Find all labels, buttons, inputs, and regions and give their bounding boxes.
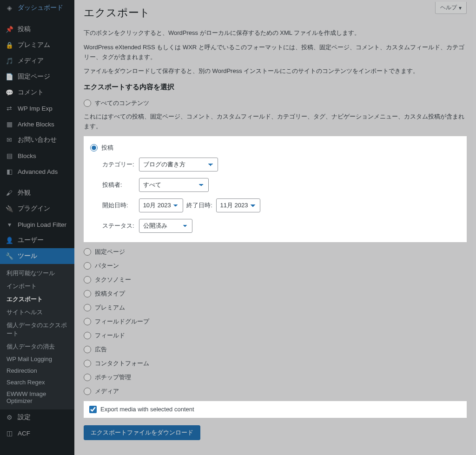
sidebar-label: お問い合わせ (18, 136, 57, 144)
option-ads[interactable]: 広告 (84, 343, 467, 356)
sidebar-item-appearance[interactable]: 🖌外観 (0, 185, 74, 201)
pin-icon: 📌 (5, 25, 14, 34)
radio-all-content[interactable] (84, 99, 91, 107)
sidebar-label: 設定 (18, 413, 31, 422)
tools-submenu: 利用可能なツール インポート エクスポート サイトヘルス 個人データのエクスポー… (0, 264, 74, 409)
option-contact[interactable]: コンタクトフォーム (84, 356, 467, 370)
category-label: カテゴリー: (102, 161, 134, 168)
sidebar-item-tools[interactable]: 🔧ツール (0, 248, 74, 264)
export-desc-2: WordPress eXtended RSS もしくは WXR と呼んでいるこの… (84, 43, 467, 62)
radio-pochip[interactable] (84, 374, 91, 381)
sidebar-label: 投稿 (18, 25, 31, 33)
lock-icon: 🔒 (5, 40, 14, 50)
submenu-redirection[interactable]: Redirection (0, 365, 74, 376)
radio-label: パターン (95, 262, 119, 270)
help-tab[interactable]: ヘルプ ▾ (435, 2, 467, 14)
start-date-select[interactable]: 10月 2023 (139, 198, 183, 212)
radio-contact[interactable] (84, 360, 91, 367)
option-taxonomy[interactable]: タクソノミー (84, 273, 467, 287)
submenu-personal-erase[interactable]: 個人データの消去 (0, 340, 74, 353)
radio-label: すべてのコンテンツ (95, 99, 149, 107)
sidebar-item-blocks[interactable]: ▤Blocks (0, 148, 74, 164)
option-patterns[interactable]: パターン (84, 259, 467, 273)
submenu-available-tools[interactable]: 利用可能なツール (0, 267, 74, 280)
option-pochip[interactable]: ポチップ管理 (84, 370, 467, 384)
radio-label: フィールド (95, 331, 125, 340)
option-field[interactable]: フィールド (84, 329, 467, 343)
export-media-row[interactable]: Export media with selected content (89, 406, 461, 413)
sidebar-label: ACF (18, 430, 30, 437)
wrench-icon: 🔧 (5, 251, 14, 261)
start-date-label: 開始日時: (102, 202, 128, 209)
submenu-sitehealth[interactable]: サイトヘルス (0, 306, 74, 319)
user-icon: 👤 (5, 236, 14, 245)
sidebar-item-acf[interactable]: ◫ACF (0, 425, 74, 441)
status-select[interactable]: 公開済み (139, 219, 192, 233)
sidebar-item-users[interactable]: 👤ユーザー (0, 232, 74, 248)
option-posts[interactable]: 投稿 (90, 142, 460, 154)
submenu-export[interactable]: エクスポート (0, 293, 74, 306)
category-select[interactable]: ブログの書き方 (139, 158, 218, 171)
acf-icon: ◫ (5, 429, 14, 438)
submenu-wpmail[interactable]: WP Mail Logging (0, 353, 74, 365)
sidebar-label: Arkhe Blocks (18, 121, 54, 128)
radio-posts[interactable] (90, 144, 98, 152)
author-select[interactable]: すべて (139, 178, 209, 192)
option-all-content[interactable]: すべてのコンテンツ (84, 96, 467, 110)
sidebar-item-pages[interactable]: 📄固定ページ (0, 69, 74, 85)
submenu-personal-export[interactable]: 個人データのエクスポート (0, 319, 74, 340)
radio-taxonomy[interactable] (84, 276, 91, 284)
sidebar-item-comments[interactable]: 💬コメント (0, 85, 74, 100)
option-post-type[interactable]: 投稿タイプ (84, 287, 467, 301)
sidebar-label: コメント (18, 88, 44, 97)
option-pages[interactable]: 固定ページ (84, 245, 467, 259)
sidebar-label: プレミアム (18, 41, 50, 49)
radio-pages[interactable] (84, 248, 91, 256)
sidebar-item-posts[interactable]: 📌投稿 (0, 21, 74, 37)
sidebar-item-plf[interactable]: ▾Plugin Load Filter (0, 217, 74, 232)
download-export-button[interactable]: エクスポートファイルをダウンロード (84, 425, 200, 440)
sidebar-label: メディア (18, 57, 44, 65)
radio-media[interactable] (84, 388, 91, 395)
sidebar-item-settings[interactable]: ⚙設定 (0, 409, 74, 425)
option-premium[interactable]: プレミアム (84, 301, 467, 315)
sidebar-item-premium[interactable]: 🔒プレミアム (0, 37, 74, 53)
submenu-searchregex[interactable]: Search Regex (0, 376, 74, 388)
radio-ads[interactable] (84, 346, 91, 353)
sidebar-item-media[interactable]: 🎵メディア (0, 53, 74, 69)
export-media-checkbox[interactable] (89, 406, 97, 413)
radio-premium[interactable] (84, 304, 91, 311)
end-date-select[interactable]: 11月 2023 (216, 198, 260, 212)
ad-icon: ◧ (5, 167, 14, 176)
radio-field-group[interactable] (84, 318, 91, 325)
option-media[interactable]: メディア (84, 384, 467, 398)
end-date-label: 終了日時: (186, 202, 212, 209)
sidebar-item-arkhe[interactable]: ▦Arkhe Blocks (0, 116, 74, 132)
section-heading: エクスポートする内容を選択 (84, 83, 467, 92)
sidebar-item-wpimpexp[interactable]: ⇄WP Imp Exp (0, 100, 74, 116)
sidebar-item-plugins[interactable]: 🔌プラグイン (0, 201, 74, 217)
radio-label: プレミアム (95, 303, 125, 312)
sidebar-label: Plugin Load Filter (18, 221, 66, 228)
blocks-icon: ▦ (5, 119, 14, 129)
radio-label: 投稿タイプ (95, 290, 125, 298)
sidebar-item-contact[interactable]: ✉お問い合わせ (0, 132, 74, 148)
option-field-group[interactable]: フィールドグループ (84, 315, 467, 329)
radio-field[interactable] (84, 332, 91, 339)
radio-label: タクソノミー (95, 276, 131, 284)
submenu-import[interactable]: インポート (0, 280, 74, 293)
grid-icon: ▤ (5, 151, 14, 160)
radio-patterns[interactable] (84, 262, 91, 270)
radio-post-type[interactable] (84, 290, 91, 297)
page-title: エクスポート (84, 0, 467, 24)
export-desc-3: ファイルをダウンロードして保存すると、別の WordPress インストールにこ… (84, 66, 467, 76)
sidebar-label: Advanced Ads (18, 168, 58, 175)
sidebar-item-dashboard[interactable]: ◈ダッシュボード (0, 0, 74, 16)
submenu-ewww[interactable]: EWWW Image Optimizer (0, 388, 74, 407)
radio-label: コンタクトフォーム (95, 359, 149, 368)
admin-sidebar: ◈ダッシュボード 📌投稿 🔒プレミアム 🎵メディア 📄固定ページ 💬コメント ⇄… (0, 0, 74, 455)
export-desc-1: 下のボタンをクリックすると、WordPress がローカルに保存するための XM… (84, 28, 467, 38)
filter-icon: ▾ (5, 220, 14, 229)
sidebar-item-advancedads[interactable]: ◧Advanced Ads (0, 164, 74, 179)
radio-label: 固定ページ (95, 248, 125, 256)
